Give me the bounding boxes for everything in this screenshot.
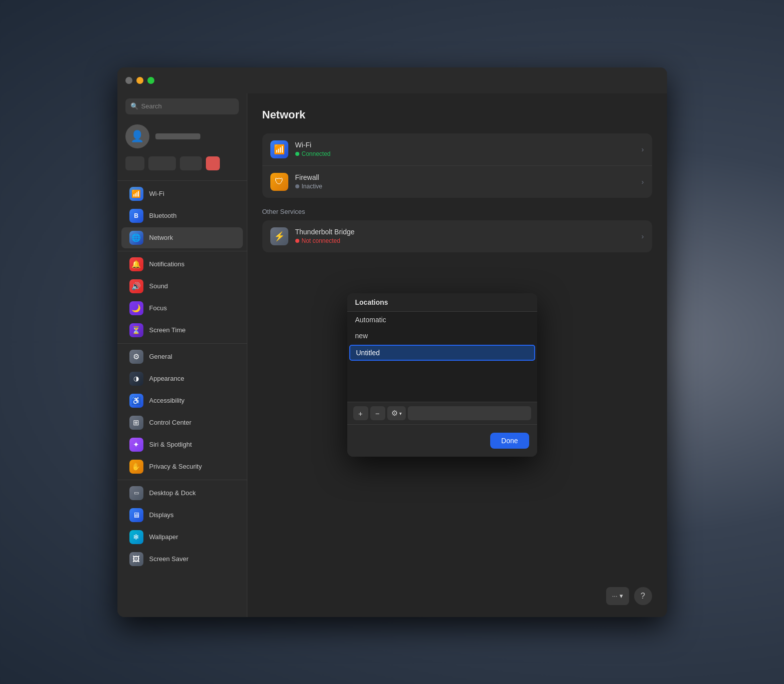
general-icon: ⚙ <box>129 350 143 364</box>
wifi-status-dot <box>295 152 299 156</box>
qs-item-2 <box>148 156 176 170</box>
page-title: Network <box>262 108 652 121</box>
sidebar-item-controlcenter-label: Control Center <box>149 419 192 426</box>
displays-icon: 🖥 <box>129 508 143 522</box>
accessibility-icon: ♿ <box>129 394 143 408</box>
sidebar-item-controlcenter[interactable]: ⊞ Control Center <box>121 412 243 433</box>
user-name-bar <box>155 133 200 139</box>
firewall-status-text: Inactive <box>302 183 322 190</box>
firewall-chevron-icon: › <box>642 178 644 186</box>
screensaver-icon: 🖼 <box>129 552 143 566</box>
help-label: ? <box>641 592 645 601</box>
locations-dialog[interactable]: Locations Automatic new Untitled + − <box>347 293 537 457</box>
main-window: 🔍 Search 👤 <box>117 67 667 617</box>
sidebar-item-accessibility-label: Accessibility <box>149 397 185 404</box>
sidebar-item-screensaver[interactable]: 🖼 Screen Saver <box>121 549 243 570</box>
network-item-thunderbolt[interactable]: ⚡ Thunderbolt Bridge Not connected › <box>262 220 652 252</box>
sidebar-item-focus[interactable]: 🌙 Focus <box>121 298 243 319</box>
sidebar-divider-2 <box>117 251 247 251</box>
appearance-icon: ◑ <box>129 372 143 386</box>
sound-icon: 🔊 <box>129 279 143 293</box>
sidebar-divider-4 <box>117 480 247 480</box>
thunderbolt-status-dot <box>295 239 299 243</box>
firewall-service-name: Firewall <box>295 173 642 181</box>
sidebar-item-network[interactable]: 🌐 Network <box>121 227 243 248</box>
thunderbolt-service-icon: ⚡ <box>270 227 288 245</box>
dialog-footer: Done <box>347 424 537 457</box>
sidebar-item-general[interactable]: ⚙ General <box>121 346 243 367</box>
sidebar-item-wallpaper-label: Wallpaper <box>149 533 178 541</box>
wallpaper-icon: ❄ <box>129 530 143 544</box>
desktop-icon: ▭ <box>129 486 143 500</box>
sidebar-item-displays[interactable]: 🖥 Displays <box>121 505 243 526</box>
location-name-input[interactable] <box>408 406 531 420</box>
remove-location-button[interactable]: − <box>370 406 385 420</box>
sidebar-item-network-label: Network <box>149 234 173 241</box>
avatar: 👤 <box>125 124 149 148</box>
traffic-lights <box>125 77 154 84</box>
sidebar-item-accessibility[interactable]: ♿ Accessibility <box>121 390 243 411</box>
sidebar-item-wifi[interactable]: 📶 Wi-Fi <box>121 183 243 204</box>
screentime-icon: ⏳ <box>129 323 143 337</box>
dialog-item-untitled[interactable]: Untitled <box>349 345 535 361</box>
dialog-item-automatic[interactable]: Automatic <box>347 312 537 328</box>
search-icon: 🔍 <box>130 102 138 110</box>
gear-location-button[interactable]: ⚙ ▾ <box>387 406 406 420</box>
add-icon: + <box>358 409 363 418</box>
qs-item-3 <box>180 156 202 170</box>
other-services-label: Other Services <box>262 208 652 215</box>
thunderbolt-service-status: Not connected <box>295 237 642 244</box>
dialog-list: Automatic new Untitled <box>347 312 537 402</box>
add-location-button[interactable]: + <box>353 406 368 420</box>
titlebar <box>117 67 667 93</box>
sidebar-item-notifications[interactable]: 🔔 Notifications <box>121 254 243 275</box>
wifi-service-icon: 📶 <box>270 140 288 158</box>
sidebar-item-desktop[interactable]: ▭ Desktop & Dock <box>121 483 243 504</box>
done-button[interactable]: Done <box>490 433 529 449</box>
dialog-toolbar: + − ⚙ ▾ <box>347 402 537 424</box>
remove-icon: − <box>375 409 380 418</box>
sidebar-item-general-label: General <box>149 353 172 360</box>
firewall-status-dot <box>295 184 299 188</box>
sidebar-item-appearance[interactable]: ◑ Appearance <box>121 368 243 389</box>
wifi-icon: 📶 <box>129 187 143 201</box>
other-services-card: ⚡ Thunderbolt Bridge Not connected › <box>262 220 652 252</box>
privacy-icon: ✋ <box>129 460 143 474</box>
maximize-button[interactable] <box>147 77 154 84</box>
qs-item-1 <box>125 156 144 170</box>
sidebar-item-sound[interactable]: 🔊 Sound <box>121 276 243 297</box>
sidebar-item-screentime[interactable]: ⏳ Screen Time <box>121 320 243 341</box>
content-area: 🔍 Search 👤 <box>117 93 667 617</box>
firewall-service-info: Firewall Inactive <box>295 173 642 190</box>
network-item-wifi[interactable]: 📶 Wi-Fi Connected › <box>262 133 652 166</box>
network-item-firewall[interactable]: 🛡 Firewall Inactive › <box>262 166 652 198</box>
wifi-service-name: Wi-Fi <box>295 141 642 149</box>
thunderbolt-chevron-icon: › <box>642 232 644 240</box>
sidebar-item-privacy-label: Privacy & Security <box>149 463 202 470</box>
minimize-button[interactable] <box>136 77 143 84</box>
user-profile[interactable]: 👤 <box>117 120 247 156</box>
sidebar-item-wifi-label: Wi-Fi <box>149 190 164 197</box>
thunderbolt-service-info: Thunderbolt Bridge Not connected <box>295 228 642 244</box>
qs-item-red <box>206 156 220 170</box>
sidebar-item-bluetooth[interactable]: B Bluetooth <box>121 205 243 226</box>
sidebar-item-wallpaper[interactable]: ❄ Wallpaper <box>121 527 243 548</box>
sidebar-divider-3 <box>117 343 247 344</box>
search-container: 🔍 Search <box>117 93 247 120</box>
sidebar-item-siri[interactable]: ✦ Siri & Spotlight <box>121 434 243 455</box>
firewall-service-status: Inactive <box>295 183 642 190</box>
close-button[interactable] <box>125 77 132 84</box>
more-label: ··· <box>612 592 618 600</box>
search-box[interactable]: 🔍 Search <box>125 98 239 114</box>
wifi-status-text: Connected <box>302 150 331 157</box>
wifi-service-status: Connected <box>295 150 642 157</box>
sidebar-item-privacy[interactable]: ✋ Privacy & Security <box>121 456 243 477</box>
sidebar-divider-1 <box>117 180 247 181</box>
more-button[interactable]: ··· ▾ <box>606 587 629 605</box>
avatar-icon: 👤 <box>130 130 144 143</box>
sidebar-item-notifications-label: Notifications <box>149 260 185 268</box>
help-button[interactable]: ? <box>634 587 652 605</box>
dialog-item-new[interactable]: new <box>347 328 537 344</box>
siri-icon: ✦ <box>129 438 143 452</box>
sidebar-item-desktop-label: Desktop & Dock <box>149 489 196 497</box>
